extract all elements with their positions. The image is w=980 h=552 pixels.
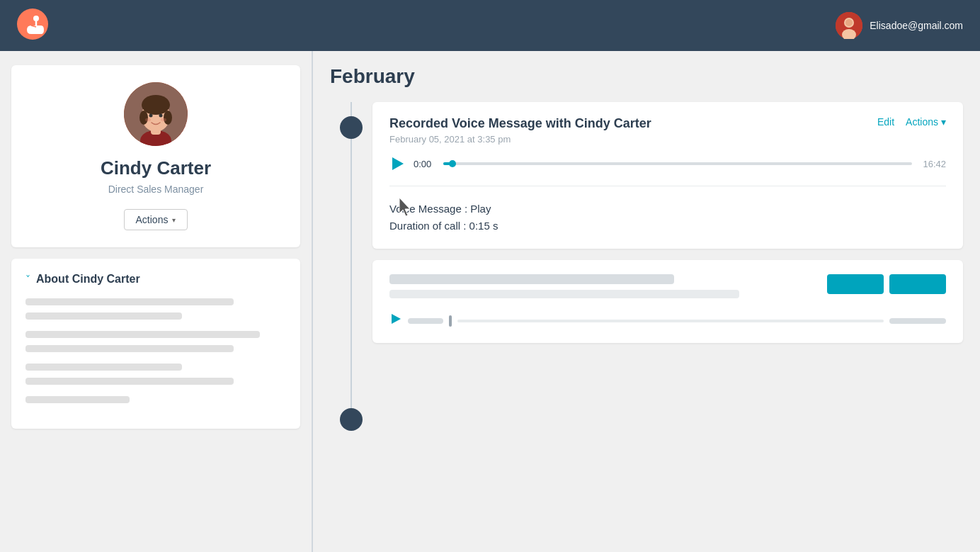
event-actions-button[interactable]: Actions ▾ <box>906 116 946 128</box>
profile-name: Cindy Carter <box>101 157 211 179</box>
skeleton-group-1 <box>25 298 286 320</box>
event-date: February 05, 2021 at 3:35 pm <box>389 134 651 145</box>
audio-progress-handle[interactable] <box>449 160 456 167</box>
skeleton-line <box>25 364 182 371</box>
skeleton-line <box>25 345 234 352</box>
timeline-area: February Recorded Voice Message with Cin… <box>313 51 980 552</box>
svg-point-16 <box>145 118 151 122</box>
svg-marker-18 <box>392 157 404 170</box>
skeleton-progress <box>457 320 884 322</box>
event-card-2 <box>372 260 963 343</box>
sidebar: Cindy Carter Direct Sales Manager Action… <box>0 51 312 552</box>
profile-actions-button[interactable]: Actions ▾ <box>124 209 188 230</box>
svg-point-1 <box>33 16 39 21</box>
voice-message-line1: Voice Message : Play <box>389 201 946 218</box>
user-email: Elisadoe@gmail.com <box>870 20 963 31</box>
event-actions-chevron-icon: ▾ <box>941 116 946 128</box>
profile-title: Direct Sales Manager <box>108 184 204 195</box>
event-actions: Edit Actions ▾ <box>877 116 946 128</box>
skeleton-title-medium <box>389 290 739 298</box>
skeleton-line <box>25 331 260 338</box>
event-card-1-header: Recorded Voice Message with Cindy Carter… <box>389 116 946 145</box>
audio-time-total: 16:42 <box>921 159 946 169</box>
play-button[interactable] <box>389 156 405 171</box>
svg-point-0 <box>17 9 48 40</box>
svg-point-12 <box>139 111 148 125</box>
user-info[interactable]: Elisadoe@gmail.com <box>836 12 963 39</box>
timeline-container: Recorded Voice Message with Cindy Carter… <box>330 102 963 431</box>
audio-time-current: 0:00 <box>414 159 435 169</box>
user-avatar <box>836 12 862 39</box>
svg-marker-20 <box>392 314 401 324</box>
event-card-2-header <box>389 274 946 298</box>
about-card: ˅ About Cindy Carter <box>11 259 300 429</box>
topnav: Elisadoe@gmail.com <box>0 0 980 51</box>
month-label: February <box>330 65 963 88</box>
event-card-2-player <box>389 312 946 329</box>
about-title: About Cindy Carter <box>36 273 140 286</box>
voice-message-info: Voice Message : Play Duration of call : … <box>389 201 946 235</box>
skeleton-btn-2 <box>889 274 946 294</box>
svg-point-14 <box>149 114 153 118</box>
event-title: Recorded Voice Message with Cindy Carter <box>389 116 651 131</box>
event-actions-label: Actions <box>906 116 938 128</box>
skeleton-group-2 <box>25 331 286 352</box>
skeleton-btn-1 <box>827 274 884 294</box>
event-card-1: Recorded Voice Message with Cindy Carter… <box>372 102 963 249</box>
profile-actions-label: Actions <box>136 214 169 225</box>
skeleton-line <box>25 298 234 305</box>
event-card-1-info: Recorded Voice Message with Cindy Carter… <box>389 116 651 145</box>
event-card-2-info <box>389 274 827 298</box>
main-content: Cindy Carter Direct Sales Manager Action… <box>0 51 980 552</box>
chevron-down-icon: ▾ <box>172 216 176 224</box>
profile-card: Cindy Carter Direct Sales Manager Action… <box>11 65 300 247</box>
timeline-dot-2 <box>340 408 363 431</box>
timeline-dot-1 <box>340 116 363 139</box>
timeline-line-column <box>330 102 372 431</box>
timeline-line <box>351 102 352 431</box>
skeleton-bar-1 <box>408 318 443 324</box>
skeleton-group-3 <box>25 364 286 385</box>
cursor-icon <box>399 198 414 218</box>
skeleton-title-long <box>389 274 674 284</box>
skeleton-group-4 <box>25 396 286 403</box>
skeleton-line <box>25 378 234 385</box>
skeleton-line <box>25 396 130 403</box>
timeline-events: Recorded Voice Message with Cindy Carter… <box>372 102 963 431</box>
audio-player: 0:00 16:42 <box>389 156 946 186</box>
skeleton-bar-handle <box>449 315 452 327</box>
hubspot-logo <box>17 9 48 43</box>
profile-avatar <box>124 82 188 146</box>
svg-point-17 <box>161 118 166 122</box>
play-button-2[interactable] <box>389 312 402 329</box>
svg-point-15 <box>159 114 163 118</box>
svg-point-13 <box>164 111 172 125</box>
svg-point-6 <box>845 19 853 26</box>
voice-message-line2: Duration of call : 0:15 s <box>389 218 946 235</box>
svg-marker-19 <box>399 198 410 216</box>
event-card-2-actions <box>827 274 946 294</box>
skeleton-line <box>25 312 182 320</box>
event-edit-button[interactable]: Edit <box>877 116 894 128</box>
about-chevron-icon: ˅ <box>25 274 30 285</box>
about-card-header[interactable]: ˅ About Cindy Carter <box>25 273 286 286</box>
audio-progress-bar[interactable] <box>443 162 912 165</box>
skeleton-bar-right <box>889 318 946 324</box>
